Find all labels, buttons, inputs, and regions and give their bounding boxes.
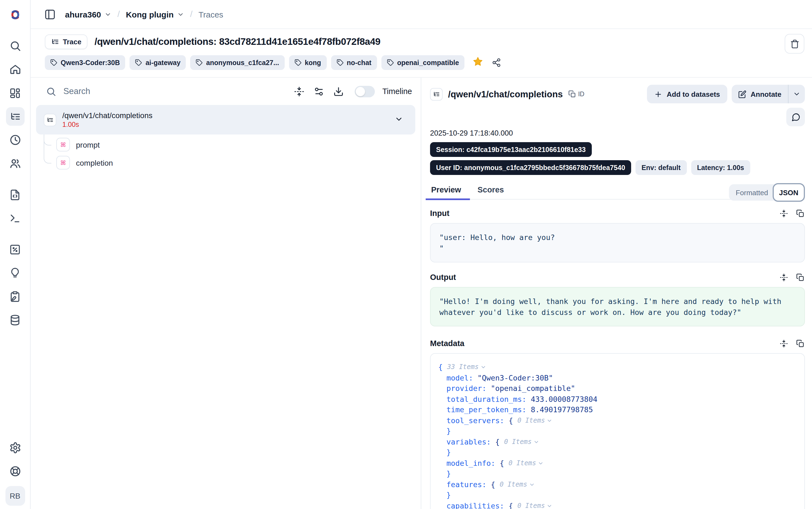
sidebar-item-playground[interactable] (6, 209, 24, 228)
json-collapse-chevron[interactable] (547, 503, 553, 509)
favorite-star-button[interactable] (473, 56, 483, 69)
root-node-title: /qwen/v1/chat/completions (62, 111, 152, 120)
annotate-button[interactable]: Annotate (731, 85, 788, 103)
json-value: "Qwen3-Coder:30B" (478, 373, 553, 383)
add-to-datasets-label: Add to datasets (667, 90, 720, 98)
json-colon: : (500, 501, 504, 509)
json-collapse-chevron[interactable] (529, 482, 535, 488)
breadcrumb-project[interactable]: Kong plugin (126, 9, 184, 19)
trace-tags: Qwen3-Coder:30B ai-gateway anonymous_c1f… (45, 55, 805, 70)
chevron-down-icon (547, 418, 553, 424)
id-label: ID (578, 91, 584, 97)
list-tree-icon (9, 111, 21, 122)
collapse-section-button[interactable] (779, 272, 788, 282)
sliders-icon (313, 86, 324, 97)
trace-tag[interactable]: openai_compatible (381, 55, 464, 70)
trash-icon (790, 39, 799, 48)
chevron-down-icon (538, 460, 544, 466)
sidebar-item-sessions[interactable] (6, 131, 24, 149)
download-button[interactable] (331, 84, 345, 98)
sidebar-item-support[interactable] (6, 462, 24, 481)
sidebar-item-prompts[interactable] (6, 185, 24, 204)
trace-tree: /qwen/v1/chat/completions 1.00s prompt c… (31, 105, 421, 171)
database-icon (9, 314, 21, 326)
sidebar-item-datasets[interactable] (6, 310, 24, 329)
tree-node-prompt[interactable]: prompt (56, 137, 415, 152)
tab-preview[interactable]: Preview (430, 185, 462, 199)
tab-scores[interactable]: Scores (477, 185, 505, 199)
comments-button[interactable] (786, 108, 805, 126)
json-key: model (446, 373, 469, 383)
copy-id-button[interactable]: ID (568, 90, 584, 98)
app-logo[interactable] (8, 0, 22, 29)
user-avatar[interactable]: RB (5, 486, 25, 506)
sidebar-item-annotation[interactable] (6, 287, 24, 306)
sidebar-item-insights[interactable] (6, 264, 24, 282)
tree-connector (44, 135, 51, 145)
sidebar-item-dashboard[interactable] (6, 83, 24, 102)
session-badge[interactable]: Session: c42fca19b75e13aac2b2106610f81e3… (430, 142, 592, 157)
copy-section-button[interactable] (795, 272, 805, 282)
format-option-formatted[interactable]: Formatted (736, 188, 773, 197)
chevron-down-icon (480, 364, 486, 370)
json-collapse-chevron[interactable] (538, 460, 544, 466)
sidebar-item-settings[interactable] (6, 438, 24, 457)
json-items-count: 33 Items (447, 362, 479, 373)
json-collapse-chevron[interactable] (533, 439, 539, 445)
json-colon: : (500, 415, 504, 426)
add-to-datasets-button[interactable]: Add to datasets (647, 85, 727, 103)
copy-section-button[interactable] (795, 338, 805, 348)
panel-left-icon (44, 8, 56, 20)
tree-root-node[interactable]: /qwen/v1/chat/completions 1.00s (36, 105, 415, 135)
json-key: capabilities (446, 501, 500, 509)
trace-tag[interactable]: no-chat (331, 55, 377, 70)
trace-tag[interactable]: ai-gateway (130, 55, 186, 70)
collapse-section-button[interactable] (779, 208, 788, 218)
sidebar-item-home[interactable] (6, 60, 24, 79)
tag-label: ai-gateway (146, 59, 181, 66)
trace-tag[interactable]: kong (289, 55, 327, 70)
copy-icon (796, 273, 804, 281)
trace-tag[interactable]: anonymous_c1fca27... (190, 55, 285, 70)
breadcrumb-org[interactable]: ahura360 (65, 9, 111, 19)
project-name: Kong plugin (126, 9, 174, 19)
annotate-label: Annotate (750, 90, 781, 98)
json-brace: } (446, 447, 451, 458)
sidebar-item-users[interactable] (6, 154, 24, 173)
json-items-count: 0 Items (517, 501, 545, 509)
tree-node-completion[interactable]: completion (56, 155, 415, 171)
json-colon: : (486, 437, 491, 447)
user-id-badge[interactable]: User ID: anonymous_c1fca2795bbedc5f36678… (430, 160, 631, 175)
list-tree-icon (433, 91, 440, 98)
dashboard-icon (9, 87, 21, 99)
timeline-toggle[interactable] (354, 86, 375, 97)
node-label: completion (76, 158, 113, 167)
format-option-json[interactable]: JSON (772, 183, 805, 202)
breadcrumb-page[interactable]: Traces (199, 9, 223, 19)
tree-settings-button[interactable] (312, 84, 326, 98)
collapse-all-button[interactable] (292, 84, 306, 98)
json-collapse-chevron[interactable] (480, 364, 486, 370)
sidebar-item-traces[interactable] (6, 107, 24, 126)
collapse-section-button[interactable] (779, 338, 788, 348)
collapse-node-button[interactable] (395, 115, 403, 124)
json-colon: : (522, 405, 526, 415)
json-collapse-chevron[interactable] (547, 418, 553, 424)
copy-icon (796, 209, 804, 217)
trace-tag[interactable]: Qwen3-Coder:30B (45, 55, 125, 70)
timeline-label: Timeline (382, 87, 412, 96)
sidebar-item-evaluation[interactable] (6, 240, 24, 259)
root-node-latency: 1.00s (62, 121, 152, 129)
delete-trace-button[interactable] (785, 34, 804, 54)
sidebar-item-search[interactable] (6, 37, 24, 55)
search-input[interactable] (62, 86, 185, 97)
annotate-dropdown-button[interactable] (788, 85, 805, 103)
json-colon: : (469, 373, 473, 383)
panel-toggle-button[interactable] (44, 8, 56, 20)
copy-section-button[interactable] (795, 208, 805, 218)
json-key: provider (446, 383, 482, 394)
breadcrumb-separator: / (117, 9, 120, 19)
json-items-count: 0 Items (517, 415, 545, 426)
tag-label: kong (305, 59, 321, 66)
share-button[interactable] (492, 58, 501, 67)
